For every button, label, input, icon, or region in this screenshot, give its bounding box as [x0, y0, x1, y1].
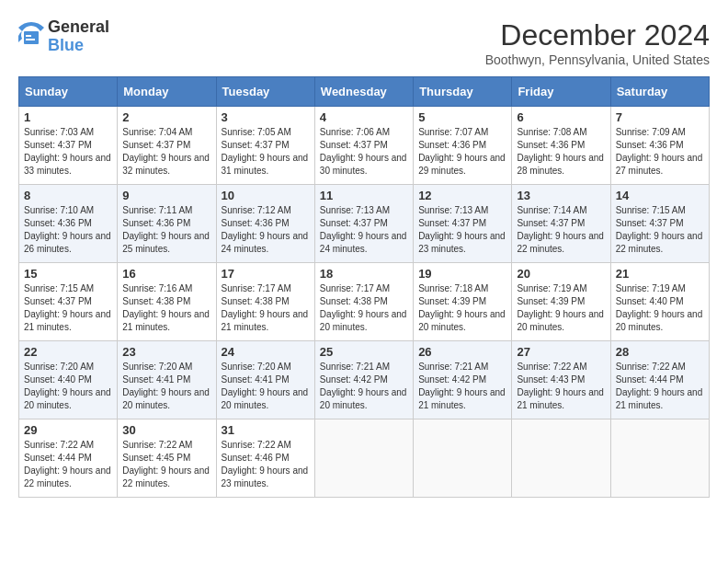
calendar-cell: 17Sunrise: 7:17 AMSunset: 4:38 PMDayligh… — [216, 263, 314, 341]
page-header: General Blue December 2024 Boothwyn, Pen… — [18, 18, 710, 67]
calendar-cell: 15Sunrise: 7:15 AMSunset: 4:37 PMDayligh… — [19, 263, 118, 341]
month-title: December 2024 — [485, 18, 710, 52]
calendar-cell: 23Sunrise: 7:20 AMSunset: 4:41 PMDayligh… — [118, 341, 216, 419]
week-row-3: 15Sunrise: 7:15 AMSunset: 4:37 PMDayligh… — [19, 263, 710, 341]
calendar-cell — [610, 419, 709, 498]
day-number: 20 — [517, 267, 605, 281]
day-number: 22 — [24, 345, 112, 359]
calendar-cell: 22Sunrise: 7:20 AMSunset: 4:40 PMDayligh… — [19, 341, 118, 419]
calendar-cell: 16Sunrise: 7:16 AMSunset: 4:38 PMDayligh… — [118, 263, 216, 341]
calendar-cell — [512, 419, 610, 498]
day-info: Sunrise: 7:22 AMSunset: 4:44 PMDaylight:… — [616, 361, 704, 412]
calendar-cell: 6Sunrise: 7:08 AMSunset: 4:36 PMDaylight… — [512, 107, 610, 185]
calendar-cell: 12Sunrise: 7:13 AMSunset: 4:37 PMDayligh… — [414, 185, 512, 263]
week-row-4: 22Sunrise: 7:20 AMSunset: 4:40 PMDayligh… — [19, 341, 710, 419]
day-number: 27 — [517, 345, 605, 359]
day-number: 11 — [320, 189, 408, 202]
title-section: December 2024 Boothwyn, Pennsylvania, Un… — [485, 18, 710, 67]
day-number: 2 — [122, 110, 210, 124]
day-info: Sunrise: 7:14 AMSunset: 4:37 PMDaylight:… — [517, 204, 605, 256]
week-row-2: 8Sunrise: 7:10 AMSunset: 4:36 PMDaylight… — [19, 185, 710, 263]
day-number: 10 — [222, 189, 310, 202]
day-info: Sunrise: 7:22 AMSunset: 4:43 PMDaylight:… — [517, 361, 605, 412]
calendar-cell: 27Sunrise: 7:22 AMSunset: 4:43 PMDayligh… — [512, 341, 610, 419]
day-number: 14 — [616, 189, 704, 202]
calendar-cell: 28Sunrise: 7:22 AMSunset: 4:44 PMDayligh… — [610, 341, 709, 419]
day-info: Sunrise: 7:21 AMSunset: 4:42 PMDaylight:… — [418, 361, 506, 412]
calendar-cell: 4Sunrise: 7:06 AMSunset: 4:37 PMDaylight… — [314, 107, 413, 185]
day-info: Sunrise: 7:17 AMSunset: 4:38 PMDaylight:… — [320, 282, 408, 334]
day-info: Sunrise: 7:05 AMSunset: 4:37 PMDaylight:… — [222, 126, 310, 178]
day-info: Sunrise: 7:18 AMSunset: 4:39 PMDaylight:… — [418, 282, 506, 334]
day-number: 7 — [616, 110, 704, 124]
day-number: 23 — [122, 345, 210, 359]
calendar-table: SundayMondayTuesdayWednesdayThursdayFrid… — [18, 76, 710, 498]
day-info: Sunrise: 7:15 AMSunset: 4:37 PMDaylight:… — [24, 282, 112, 334]
day-number: 31 — [222, 423, 310, 437]
day-info: Sunrise: 7:04 AMSunset: 4:37 PMDaylight:… — [122, 126, 210, 178]
day-number: 24 — [222, 345, 310, 359]
day-number: 25 — [320, 345, 408, 359]
day-number: 18 — [320, 267, 408, 281]
weekday-header-monday: Monday — [118, 77, 216, 107]
day-info: Sunrise: 7:17 AMSunset: 4:38 PMDaylight:… — [222, 282, 310, 334]
day-number: 15 — [24, 267, 112, 281]
day-info: Sunrise: 7:22 AMSunset: 4:44 PMDaylight:… — [24, 439, 112, 490]
calendar-cell — [314, 419, 413, 498]
day-number: 29 — [24, 423, 112, 437]
weekday-header-wednesday: Wednesday — [314, 77, 413, 107]
day-info: Sunrise: 7:07 AMSunset: 4:36 PMDaylight:… — [418, 126, 506, 178]
calendar-cell: 14Sunrise: 7:15 AMSunset: 4:37 PMDayligh… — [610, 185, 709, 263]
location-subtitle: Boothwyn, Pennsylvania, United States — [485, 52, 710, 67]
logo-blue: Blue — [48, 37, 109, 55]
weekday-header-saturday: Saturday — [610, 77, 709, 107]
calendar-cell: 13Sunrise: 7:14 AMSunset: 4:37 PMDayligh… — [512, 185, 610, 263]
calendar-cell: 24Sunrise: 7:20 AMSunset: 4:41 PMDayligh… — [216, 341, 314, 419]
calendar-cell: 18Sunrise: 7:17 AMSunset: 4:38 PMDayligh… — [314, 263, 413, 341]
day-info: Sunrise: 7:20 AMSunset: 4:41 PMDaylight:… — [122, 361, 210, 412]
calendar-cell: 29Sunrise: 7:22 AMSunset: 4:44 PMDayligh… — [19, 419, 118, 498]
calendar-cell: 30Sunrise: 7:22 AMSunset: 4:45 PMDayligh… — [118, 419, 216, 498]
day-info: Sunrise: 7:11 AMSunset: 4:36 PMDaylight:… — [122, 204, 210, 256]
svg-rect-1 — [26, 35, 31, 37]
day-number: 12 — [418, 189, 506, 202]
day-info: Sunrise: 7:20 AMSunset: 4:40 PMDaylight:… — [24, 361, 112, 412]
day-number: 16 — [122, 267, 210, 281]
day-number: 19 — [418, 267, 506, 281]
weekday-header-friday: Friday — [512, 77, 610, 107]
day-info: Sunrise: 7:03 AMSunset: 4:37 PMDaylight:… — [24, 126, 112, 178]
weekday-header-sunday: Sunday — [19, 77, 118, 107]
day-number: 5 — [418, 110, 506, 124]
day-info: Sunrise: 7:10 AMSunset: 4:36 PMDaylight:… — [24, 204, 112, 256]
day-number: 1 — [24, 110, 112, 124]
logo-icon — [18, 22, 44, 52]
day-number: 6 — [517, 110, 605, 124]
calendar-cell: 25Sunrise: 7:21 AMSunset: 4:42 PMDayligh… — [314, 341, 413, 419]
week-row-1: 1Sunrise: 7:03 AMSunset: 4:37 PMDaylight… — [19, 107, 710, 185]
calendar-cell — [414, 419, 512, 498]
svg-rect-0 — [24, 31, 39, 44]
day-info: Sunrise: 7:15 AMSunset: 4:37 PMDaylight:… — [616, 204, 704, 256]
calendar-cell: 21Sunrise: 7:19 AMSunset: 4:40 PMDayligh… — [610, 263, 709, 341]
day-info: Sunrise: 7:12 AMSunset: 4:36 PMDaylight:… — [222, 204, 310, 256]
day-info: Sunrise: 7:22 AMSunset: 4:45 PMDaylight:… — [122, 439, 210, 490]
calendar-cell: 9Sunrise: 7:11 AMSunset: 4:36 PMDaylight… — [118, 185, 216, 263]
day-info: Sunrise: 7:09 AMSunset: 4:36 PMDaylight:… — [616, 126, 704, 178]
calendar-cell: 10Sunrise: 7:12 AMSunset: 4:36 PMDayligh… — [216, 185, 314, 263]
day-info: Sunrise: 7:19 AMSunset: 4:40 PMDaylight:… — [616, 282, 704, 334]
day-number: 30 — [122, 423, 210, 437]
day-number: 3 — [222, 110, 310, 124]
logo-general: General — [48, 18, 109, 37]
day-info: Sunrise: 7:21 AMSunset: 4:42 PMDaylight:… — [320, 361, 408, 412]
calendar-cell: 8Sunrise: 7:10 AMSunset: 4:36 PMDaylight… — [19, 185, 118, 263]
day-number: 17 — [222, 267, 310, 281]
day-number: 21 — [616, 267, 704, 281]
day-info: Sunrise: 7:06 AMSunset: 4:37 PMDaylight:… — [320, 126, 408, 178]
day-info: Sunrise: 7:13 AMSunset: 4:37 PMDaylight:… — [320, 204, 408, 256]
calendar-cell: 3Sunrise: 7:05 AMSunset: 4:37 PMDaylight… — [216, 107, 314, 185]
day-number: 26 — [418, 345, 506, 359]
day-info: Sunrise: 7:22 AMSunset: 4:46 PMDaylight:… — [222, 439, 310, 490]
calendar-cell: 20Sunrise: 7:19 AMSunset: 4:39 PMDayligh… — [512, 263, 610, 341]
calendar-cell: 26Sunrise: 7:21 AMSunset: 4:42 PMDayligh… — [414, 341, 512, 419]
weekday-header-thursday: Thursday — [414, 77, 512, 107]
